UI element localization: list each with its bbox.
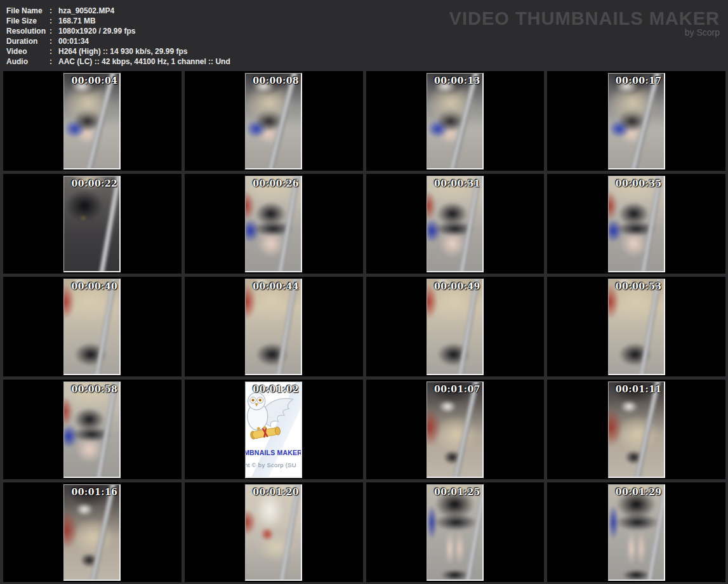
- owl-logo-icon: [246, 386, 301, 447]
- video-frame-placeholder: 00:00:22: [63, 176, 121, 272]
- thumbnail-cell: MBNAILS MAKER8 ht © by Scorp (SU 00:01:0…: [185, 380, 363, 479]
- thumbnail-cell: 00:00:17: [547, 71, 725, 171]
- frame-image-abstract: [245, 73, 302, 169]
- info-label: Audio: [6, 56, 50, 67]
- info-value: 1080x1920 / 29.99 fps: [58, 26, 135, 36]
- info-colon: :: [50, 56, 58, 67]
- video-frame-placeholder: 00:00:04: [63, 73, 121, 169]
- timestamp-overlay: 00:01:02: [253, 384, 299, 394]
- frame-image-abstract: [63, 73, 121, 169]
- video-frame-placeholder: 00:01:29: [608, 484, 665, 581]
- thumbnail-cell: 00:00:40: [3, 277, 182, 376]
- timestamp-overlay: 00:01:29: [616, 487, 662, 497]
- timestamp-overlay: 00:00:49: [434, 281, 480, 291]
- timestamp-overlay: 00:01:11: [616, 384, 662, 394]
- frame-image-abstract: [427, 73, 484, 169]
- video-frame-placeholder: 00:00:44: [245, 279, 302, 375]
- thumbnail-cell: 00:00:08: [185, 71, 363, 171]
- video-frame-placeholder: 00:00:58: [63, 382, 121, 478]
- video-frame-placeholder: 00:01:11: [608, 382, 665, 478]
- timestamp-overlay: 00:01:07: [434, 384, 480, 394]
- info-colon: :: [50, 26, 58, 36]
- frame-image-abstract: [608, 279, 665, 375]
- info-label: Duration: [6, 36, 50, 46]
- info-label: File Size: [6, 16, 50, 26]
- thumbnail-grid: 00:00:04: [0, 68, 728, 584]
- thumbnail-cell: 00:00:44: [185, 277, 363, 376]
- frame-image-abstract: [608, 176, 665, 272]
- thumbnail-cell: 00:01:07: [366, 380, 545, 479]
- logo-copyright-text: ht © by Scorp (SU: [246, 461, 296, 468]
- info-value: 00:01:34: [58, 36, 89, 46]
- frame-image-abstract: [63, 484, 121, 581]
- thumbnail-cell: 00:00:04: [3, 71, 182, 171]
- thumbnail-cell: 00:00:26: [185, 174, 363, 274]
- thumbnail-cell: 00:00:31: [366, 174, 545, 274]
- timestamp-overlay: 00:00:35: [616, 178, 662, 189]
- timestamp-overlay: 00:00:31: [434, 178, 480, 189]
- info-label: Video: [6, 46, 50, 56]
- frame-image-abstract: [608, 382, 665, 478]
- file-info-row: Audio : AAC (LC) :: 42 kbps, 44100 Hz, 1…: [6, 56, 728, 67]
- timestamp-overlay: 00:00:58: [72, 384, 118, 394]
- thumbnail-cell: 00:00:58: [3, 380, 182, 479]
- video-frame-placeholder: 00:01:25: [427, 484, 484, 581]
- info-value: 168.71 MB: [58, 16, 96, 26]
- timestamp-overlay: 00:00:53: [616, 281, 662, 291]
- info-colon: :: [50, 6, 58, 16]
- info-colon: :: [50, 16, 58, 26]
- frame-image-abstract: [427, 484, 484, 581]
- info-value: H264 (High) :: 14 930 kb/s, 29.99 fps: [58, 46, 187, 56]
- timestamp-overlay: 00:01:16: [72, 487, 118, 497]
- file-info-row: Duration : 00:01:34: [6, 36, 728, 46]
- info-value: hza_90502.MP4: [58, 6, 114, 16]
- contact-sheet: File Name : hza_90502.MP4 File Size : 16…: [0, 0, 728, 584]
- frame-image-abstract: [427, 279, 484, 375]
- timestamp-overlay: 00:00:08: [253, 76, 299, 86]
- video-frame-placeholder: 00:00:13: [427, 73, 484, 169]
- frame-image-abstract: [63, 176, 121, 272]
- thumbnail-cell: 00:01:29: [547, 482, 725, 582]
- thumbnail-cell: 00:01:20: [185, 482, 363, 582]
- app-brand-subtitle: by Scorp: [449, 27, 720, 37]
- video-frame-placeholder: 00:00:53: [608, 279, 665, 375]
- timestamp-overlay: 00:00:13: [434, 76, 480, 86]
- timestamp-overlay: 00:01:25: [434, 487, 480, 497]
- frame-image-abstract: [245, 484, 302, 581]
- video-frame-placeholder: 00:01:20: [245, 484, 302, 581]
- frame-image-abstract: [427, 382, 484, 478]
- frame-image-abstract: [427, 176, 484, 272]
- timestamp-overlay: 00:00:17: [616, 76, 662, 86]
- timestamp-overlay: 00:00:40: [72, 281, 118, 291]
- video-frame-placeholder: 00:00:49: [427, 279, 484, 375]
- video-frame-placeholder: 00:00:40: [63, 279, 121, 375]
- video-frame-placeholder: 00:00:17: [608, 73, 665, 169]
- info-label: File Name: [6, 6, 50, 16]
- app-brand-title: VIDEO THUMBNAILS MAKER: [449, 9, 720, 28]
- info-label: Resolution: [6, 26, 50, 36]
- info-colon: :: [50, 46, 58, 56]
- app-brand: VIDEO THUMBNAILS MAKER by Scorp: [449, 9, 720, 37]
- video-frame-placeholder: MBNAILS MAKER8 ht © by Scorp (SU 00:01:0…: [245, 382, 302, 478]
- thumbnail-cell: 00:00:53: [547, 277, 725, 376]
- thumbnail-cell: 00:00:13: [366, 71, 545, 171]
- info-value: AAC (LC) :: 42 kbps, 44100 Hz, 1 channel…: [58, 56, 230, 67]
- timestamp-overlay: 00:00:26: [253, 178, 299, 189]
- video-frame-placeholder: 00:00:31: [427, 176, 484, 272]
- thumbnail-cell: 00:01:11: [547, 380, 725, 479]
- video-frame-placeholder: 00:01:16: [63, 484, 121, 581]
- thumbnail-cell: 00:00:49: [366, 277, 545, 376]
- thumbnail-cell: 00:00:22: [3, 174, 182, 274]
- frame-image-abstract: [63, 279, 121, 375]
- timestamp-overlay: 00:00:04: [72, 76, 118, 86]
- video-frame-placeholder: 00:00:08: [245, 73, 302, 169]
- file-info-header: File Name : hza_90502.MP4 File Size : 16…: [0, 0, 728, 68]
- logo-title-text: MBNAILS MAKER8: [246, 449, 301, 456]
- thumbnail-cell: 00:01:25: [366, 482, 545, 582]
- frame-image-abstract: [608, 73, 665, 169]
- thumbnail-cell: 00:00:35: [547, 174, 725, 274]
- vtm-logo-frame: MBNAILS MAKER8 ht © by Scorp (SU: [246, 382, 301, 477]
- file-info-row: Video : H264 (High) :: 14 930 kb/s, 29.9…: [6, 46, 728, 56]
- frame-image-abstract: [245, 176, 302, 272]
- timestamp-overlay: 00:00:22: [72, 178, 118, 189]
